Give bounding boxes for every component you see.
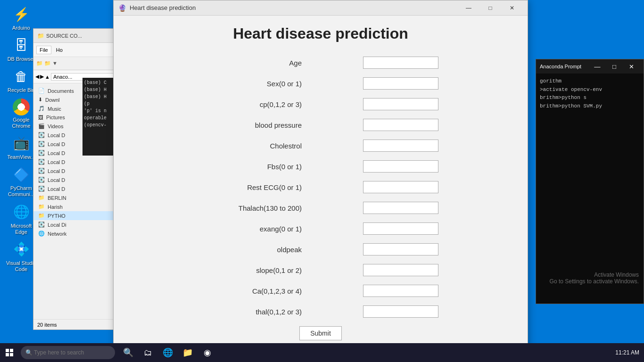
start-button[interactable]: [0, 343, 19, 362]
input-exang[interactable]: [363, 222, 438, 235]
time-display: 11:21 AM: [615, 349, 639, 357]
titlebar-controls: — □ ✕: [458, 0, 523, 16]
db-browser-label: DB Browser: [8, 56, 35, 62]
close-btn[interactable]: ✕: [501, 0, 523, 16]
taskbar-pinned-icons: 🔍 🗂 🌐 📁 ◉: [119, 343, 217, 362]
label-sex: Sex(0 or 1): [203, 80, 302, 88]
form-row-age: Age: [203, 57, 438, 69]
minimize-btn[interactable]: —: [458, 0, 479, 16]
app-titlebar: 🔮 Heart disease prediction — □ ✕: [114, 0, 528, 16]
form-row-sex: Sex(0 or 1): [203, 77, 438, 90]
desktop-icon-arduino[interactable]: ⚡ Arduino: [5, 5, 38, 31]
label-oldpeak: oldpeak: [203, 246, 302, 254]
svg-rect-3: [10, 353, 13, 356]
label-thal: thal(0,1,2 or 3): [203, 308, 302, 316]
terminal-maximize-btn[interactable]: □: [606, 60, 623, 73]
folder-icon: 📁: [37, 33, 44, 39]
form-row-oldpeak: oldpeak: [203, 243, 438, 255]
nav-up-btn[interactable]: ▲: [45, 74, 50, 80]
teamviewer-label: TeamView...: [7, 154, 35, 160]
app-content: Heart disease prediction Age Sex(0 or 1)…: [114, 16, 528, 358]
pycharm-icon: 🔷: [12, 165, 31, 184]
svg-rect-0: [6, 349, 9, 352]
prediction-form: Age Sex(0 or 1) cp(0,1,2 or 3) blood pre…: [203, 57, 438, 340]
input-oldpeak[interactable]: [363, 243, 438, 255]
label-fbs: Fbs(0 or 1): [203, 163, 302, 171]
arduino-icon: ⚡: [12, 5, 31, 24]
terminal-minimize-btn[interactable]: —: [589, 60, 606, 73]
label-cholestrol: Cholestrol: [203, 142, 302, 150]
nav-forward-btn[interactable]: ▶: [40, 74, 44, 80]
main-title: Heart disease prediction: [233, 25, 408, 42]
submit-button[interactable]: Submit: [299, 326, 342, 340]
app-window: 🔮 Heart disease prediction — □ ✕ Heart d…: [113, 0, 528, 358]
input-sex[interactable]: [363, 77, 438, 90]
taskbar-chrome-icon[interactable]: ◉: [198, 343, 217, 362]
item-label: PYTHO: [48, 213, 66, 219]
fe-title: SOURCE CO...: [46, 33, 82, 39]
form-row-thalach: Thalach(130 to 200): [203, 202, 438, 214]
item-label: Local D: [48, 141, 65, 147]
form-row-rest-ecg: Rest ECG(0 or 1): [203, 181, 438, 193]
terminal-close-btn[interactable]: ✕: [623, 60, 640, 73]
maximize-btn[interactable]: □: [479, 0, 501, 16]
input-cholestrol[interactable]: [363, 140, 438, 152]
label-age: Age: [203, 59, 302, 67]
input-slope[interactable]: [363, 264, 438, 276]
taskbar-edge-icon[interactable]: 🌐: [158, 343, 177, 362]
svg-rect-1: [10, 349, 13, 352]
label-exang: exang(0 or 1): [203, 225, 302, 233]
form-row-slope: slope(0,1 or 2): [203, 264, 438, 276]
terminal-line-algorithm: gorithm: [540, 77, 640, 86]
app-icon: 🔮: [118, 4, 126, 12]
item-label: Downl: [45, 97, 60, 103]
taskbar-search-input[interactable]: [21, 346, 115, 359]
fe-tab-home[interactable]: Ho: [53, 46, 66, 54]
form-row-exang: exang(0 or 1): [203, 222, 438, 235]
taskbar-cortana-icon[interactable]: 🔍: [119, 343, 138, 362]
form-row-thal: thal(0,1,2 or 3): [203, 305, 438, 318]
input-thalach[interactable]: [363, 202, 438, 214]
input-fbs[interactable]: [363, 160, 438, 173]
input-blood-pressure[interactable]: [363, 119, 438, 131]
form-row-cholestrol: Cholestrol: [203, 140, 438, 152]
form-row-fbs: Fbs(0 or 1): [203, 160, 438, 173]
app-title: Heart disease prediction: [130, 4, 454, 11]
input-cp[interactable]: [363, 98, 438, 110]
label-ca: Ca(0,1,2,3 or 4): [203, 287, 302, 295]
taskbar-task-view-icon[interactable]: 🗂: [139, 343, 157, 362]
input-thal[interactable]: [363, 305, 438, 318]
item-label: Videos: [48, 123, 63, 129]
recycle-bin-icon: 🗑: [12, 67, 31, 86]
form-row-ca: Ca(0,1,2,3 or 4): [203, 285, 438, 297]
terminal-window: Anaconda Prompt — □ ✕ gorithm >activate …: [536, 59, 644, 304]
label-rest-ecg: Rest ECG(0 or 1): [203, 183, 302, 191]
fe-item-count: 20 items: [37, 322, 57, 328]
terminal-content: gorithm >activate opencv-env brithm>pyth…: [536, 74, 644, 114]
item-label: Network: [48, 231, 66, 237]
form-row-cp: cp(0,1,2 or 3): [203, 98, 438, 110]
system-time: 11:21 AM: [615, 349, 639, 357]
item-label: Local Di: [48, 222, 66, 228]
activate-windows-text: Activate Windows Go to Settings to activ…: [550, 272, 639, 285]
input-age[interactable]: [363, 57, 438, 69]
item-label: Harish: [48, 204, 63, 210]
chrome-icon: [13, 99, 30, 115]
label-slope: slope(0,1 or 2): [203, 266, 302, 274]
item-label: BERLIN: [48, 195, 66, 201]
input-ca[interactable]: [363, 285, 438, 297]
taskbar-right: 11:21 AM: [615, 349, 644, 357]
taskbar-folder-icon[interactable]: 📁: [178, 343, 197, 362]
input-rest-ecg[interactable]: [363, 181, 438, 193]
teamviewer-icon: 📺: [12, 134, 31, 153]
submit-row: Submit: [203, 326, 438, 340]
vscode-icon: 💠: [12, 240, 31, 259]
taskbar: 🔍 🗂 🌐 📁 ◉ 11:21 AM: [0, 343, 644, 362]
item-label: Local D: [48, 159, 65, 165]
nav-back-btn[interactable]: ◀: [35, 74, 39, 80]
item-label: Music: [48, 106, 61, 112]
label-blood-pressure: blood pressure: [203, 121, 302, 129]
terminal-line-activate: >activate opencv-env: [540, 86, 640, 94]
fe-tab-file[interactable]: File: [36, 46, 51, 54]
recycle-bin-label: Recycle Bin: [8, 87, 35, 93]
